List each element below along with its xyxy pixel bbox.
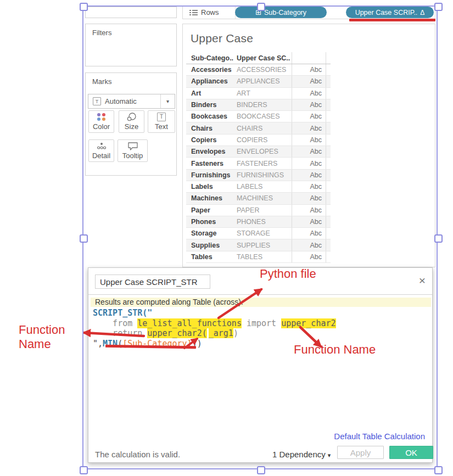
selection-handle-middle-right[interactable] (434, 234, 443, 243)
table-cell[interactable]: Accessories (186, 66, 237, 74)
table-row[interactable]: ChairsCHAIRSAbc (186, 122, 331, 134)
table-cell[interactable]: Abc (292, 158, 326, 169)
table-cell[interactable]: ACCESSORIES (237, 66, 292, 74)
rows-icon (189, 9, 198, 16)
default-table-calculation-link[interactable]: Default Table Calculation (334, 432, 425, 441)
table-cell[interactable]: BINDERS (237, 101, 292, 109)
detail-button[interactable]: Detail (88, 139, 114, 162)
size-button[interactable]: Size (119, 110, 144, 133)
apply-button[interactable]: Apply (337, 446, 384, 459)
table-cell[interactable]: MACHINES (237, 194, 292, 202)
sheet-view: Upper Case Sub-Catego.. Upper Case SC.. … (182, 24, 435, 267)
table-cell[interactable]: Machines (186, 194, 237, 202)
table-cell[interactable]: Fasteners (186, 160, 237, 167)
table-cell[interactable]: Abc (292, 181, 326, 192)
table-cell[interactable]: Abc (292, 239, 326, 250)
table-cell[interactable]: Abc (292, 228, 326, 239)
table-cell[interactable]: Abc (292, 99, 326, 110)
table-cell[interactable]: APPLIANCES (237, 77, 292, 85)
calculation-editor-dialog: × Results are computed along Table (acro… (88, 267, 433, 463)
table-cell[interactable]: Phones (186, 218, 237, 226)
table-row[interactable]: ArtARTAbc (186, 88, 331, 99)
table-cell[interactable]: COPIERS (237, 136, 292, 144)
table-row[interactable]: FastenersFASTENERSAbc (186, 158, 331, 169)
table-cell[interactable]: Appliances (186, 77, 237, 85)
col-header-sub-category[interactable]: Sub-Catego.. (186, 54, 237, 62)
table-row[interactable]: MachinesMACHINESAbc (186, 193, 331, 204)
table-cell[interactable]: Abc (292, 146, 326, 157)
table-cell[interactable]: ENVELOPES (237, 148, 292, 155)
selection-handle-top-right[interactable] (434, 3, 443, 11)
table-cell[interactable]: Envelopes (186, 148, 237, 155)
selection-handle-bottom-left[interactable] (80, 466, 88, 474)
table-cell[interactable]: Paper (186, 206, 237, 214)
table-cell[interactable]: Abc (292, 170, 326, 181)
table-row[interactable]: PhonesPHONESAbc (186, 216, 331, 228)
mark-type-dropdown[interactable]: T Automatic ▾ (88, 94, 175, 109)
table-cell[interactable]: Abc (292, 76, 326, 87)
table-cell[interactable]: FURNISHINGS (237, 171, 292, 179)
table-cell[interactable]: Abc (292, 111, 326, 122)
delta-table-calc-icon: Δ (420, 9, 424, 16)
table-cell[interactable]: Labels (186, 183, 237, 191)
table-cell[interactable]: Supplies (186, 242, 237, 249)
filters-card[interactable]: Filters (85, 24, 177, 66)
table-row[interactable]: PaperPAPERAbc (186, 205, 331, 216)
table-cell[interactable]: Art (186, 89, 237, 97)
table-row[interactable]: CopiersCOPIERSAbc (186, 135, 331, 146)
table-cell[interactable]: Furnishings (186, 171, 237, 179)
pill-sub-category[interactable]: ⊞ Sub-Category (235, 7, 327, 18)
table-cell[interactable]: Abc (292, 64, 326, 75)
table-cell[interactable]: TABLES (237, 253, 292, 261)
table-cell[interactable]: Abc (292, 88, 326, 99)
table-cell[interactable]: ART (237, 89, 292, 97)
selection-handle-middle-left[interactable] (80, 234, 88, 243)
selection-handle-top-left[interactable] (80, 3, 88, 11)
dependency-dropdown[interactable]: 1 Dependency▾ (272, 450, 331, 459)
table-cell[interactable]: PHONES (237, 218, 292, 226)
selection-handle-top-middle[interactable] (257, 3, 265, 11)
selection-handle-bottom-right[interactable] (434, 466, 443, 474)
table-cell[interactable]: Abc (292, 122, 326, 133)
table-cell[interactable]: Abc (292, 205, 326, 216)
ok-button[interactable]: OK (389, 446, 433, 459)
tooltip-button[interactable]: Tooltip (118, 139, 148, 162)
table-cell[interactable]: Abc (292, 135, 326, 145)
calc-name-input[interactable] (95, 275, 210, 289)
table-cell[interactable]: STORAGE (237, 229, 292, 237)
table-row[interactable]: StorageSTORAGEAbc (186, 228, 331, 239)
table-row[interactable]: FurnishingsFURNISHINGSAbc (186, 170, 331, 181)
table-cell[interactable]: BOOKCASES (237, 113, 292, 120)
text-button[interactable]: T Text (148, 110, 175, 133)
crosstab-header-row[interactable]: Sub-Catego.. Upper Case SC.. (186, 52, 331, 64)
col-header-upper-case[interactable]: Upper Case SC.. (237, 54, 292, 62)
color-button[interactable]: Color (88, 110, 114, 133)
table-cell[interactable]: CHAIRS (237, 125, 292, 132)
table-row[interactable]: LabelsLABELSAbc (186, 181, 331, 193)
table-cell[interactable]: Abc (292, 193, 326, 204)
table-cell[interactable]: Binders (186, 101, 237, 109)
table-row[interactable]: BindersBINDERSAbc (186, 99, 331, 111)
table-row[interactable]: SuppliesSUPPLIESAbc (186, 239, 331, 251)
table-cell[interactable]: Copiers (186, 136, 237, 144)
selection-handle-bottom-middle[interactable] (257, 466, 265, 474)
table-cell[interactable]: PAPER (237, 206, 292, 214)
table-cell[interactable]: Bookcases (186, 113, 237, 120)
table-row[interactable]: EnvelopesENVELOPESAbc (186, 146, 331, 158)
chevron-down-icon[interactable]: ▾ (160, 94, 175, 108)
pages-shelf-partial (85, 7, 177, 18)
table-row[interactable]: BookcasesBOOKCASESAbc (186, 111, 331, 122)
table-row[interactable]: AccessoriesACCESSORIESAbc (186, 64, 331, 76)
table-cell[interactable]: Storage (186, 229, 237, 237)
table-row[interactable]: AppliancesAPPLIANCESAbc (186, 76, 331, 87)
table-cell[interactable]: FASTENERS (237, 160, 292, 167)
table-cell[interactable]: SUPPLIES (237, 242, 292, 249)
table-cell[interactable]: Abc (292, 216, 326, 227)
table-cell[interactable]: Tables (186, 253, 237, 261)
table-cell[interactable]: Chairs (186, 125, 237, 132)
close-icon[interactable]: × (419, 276, 426, 285)
table-row[interactable]: TablesTABLESAbc (186, 251, 331, 263)
table-cell[interactable]: LABELS (237, 183, 292, 191)
table-cell[interactable]: Abc (292, 251, 326, 262)
pill-upper-case-script[interactable]: Upper Case SCRIP.. Δ (346, 7, 434, 18)
